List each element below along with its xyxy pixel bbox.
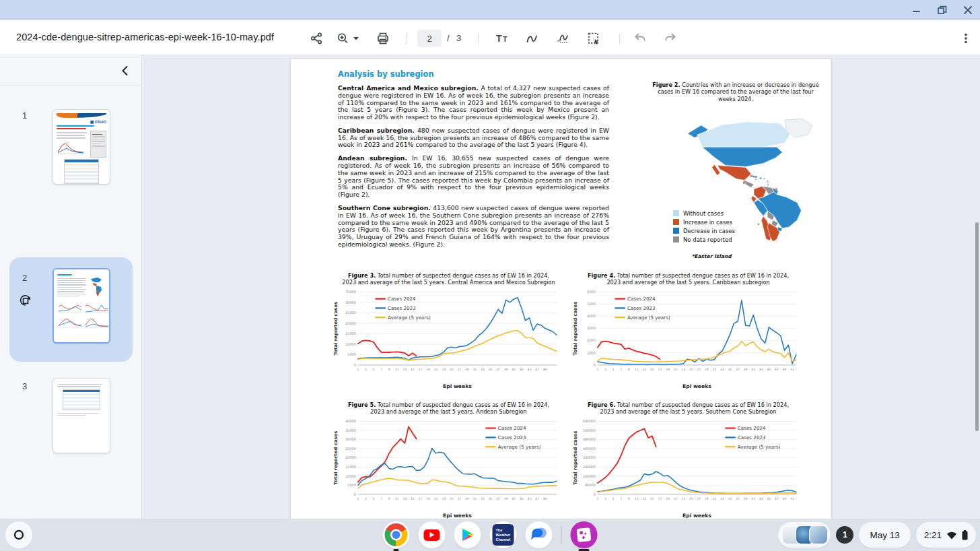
svg-text:33: 33 bbox=[720, 368, 724, 371]
svg-text:27: 27 bbox=[457, 368, 461, 371]
page-number-input[interactable]: 2 bbox=[417, 30, 442, 47]
svg-text:25000: 25000 bbox=[345, 446, 356, 450]
print-icon[interactable] bbox=[374, 30, 392, 47]
svg-text:47: 47 bbox=[775, 497, 779, 500]
paragraph-southern-cone: Southern Cone subregion. 413,600 new sus… bbox=[338, 205, 609, 249]
gallery-icon bbox=[577, 527, 592, 542]
figure-5-caption: Figure 5. Total number of suspected deng… bbox=[332, 401, 565, 416]
redo-icon[interactable] bbox=[662, 30, 679, 47]
svg-text:0: 0 bbox=[594, 492, 596, 496]
svg-text:15: 15 bbox=[650, 497, 654, 500]
toolbar-separator bbox=[406, 34, 407, 44]
taskbar: The Weather Channel bbox=[0, 519, 980, 551]
svg-text:15: 15 bbox=[650, 368, 654, 371]
svg-text:Cases 2023: Cases 2023 bbox=[498, 434, 526, 440]
clock: 2:21 bbox=[924, 530, 942, 540]
page-2-thumbnail[interactable] bbox=[53, 268, 110, 344]
svg-text:17: 17 bbox=[419, 368, 423, 371]
capture-thumbnail bbox=[809, 525, 828, 544]
messages-app-button[interactable] bbox=[526, 521, 553, 548]
figure-4: Figure 4. Total number of suspected deng… bbox=[572, 272, 804, 390]
svg-text:37: 37 bbox=[496, 368, 500, 371]
notification-counter[interactable]: 1 bbox=[836, 526, 853, 544]
section-heading: Analysis by subregion bbox=[338, 69, 434, 79]
desktop: 2024-cde-dengue-sitrep-americas-epi-week… bbox=[0, 0, 980, 551]
battery-icon bbox=[962, 530, 968, 540]
legend-item: Without cases bbox=[673, 209, 735, 218]
svg-text:Epi weeks: Epi weeks bbox=[682, 512, 711, 518]
svg-text:31: 31 bbox=[473, 497, 477, 500]
svg-text:Epi weeks: Epi weeks bbox=[682, 383, 711, 389]
zoom-menu-icon[interactable] bbox=[335, 30, 362, 47]
svg-text:80000: 80000 bbox=[585, 483, 596, 487]
svg-text:1: 1 bbox=[596, 368, 598, 371]
svg-text:0: 0 bbox=[354, 492, 356, 496]
svg-text:15: 15 bbox=[411, 497, 415, 500]
share-icon[interactable] bbox=[308, 30, 325, 47]
svg-text:20000: 20000 bbox=[345, 455, 356, 459]
restore-icon[interactable] bbox=[937, 5, 948, 15]
svg-text:Epi weeks: Epi weeks bbox=[443, 383, 472, 389]
svg-text:39: 39 bbox=[504, 368, 508, 371]
svg-text:33: 33 bbox=[481, 497, 485, 500]
signature-icon[interactable]: x bbox=[554, 30, 571, 47]
play-store-app-button[interactable] bbox=[454, 521, 481, 548]
svg-text:1: 1 bbox=[357, 368, 359, 371]
svg-text:40000: 40000 bbox=[345, 419, 356, 423]
svg-text:Total reported cases: Total reported cases bbox=[573, 430, 578, 484]
more-options-icon[interactable] bbox=[957, 30, 975, 47]
svg-text:0: 0 bbox=[594, 362, 596, 366]
svg-text:43: 43 bbox=[520, 497, 524, 500]
window-titlebar[interactable] bbox=[0, 0, 980, 20]
svg-text:47: 47 bbox=[775, 368, 779, 371]
page-3-thumbnail[interactable] bbox=[53, 378, 110, 453]
pdf-toolbar: 2024-cde-dengue-sitrep-americas-epi-week… bbox=[0, 20, 980, 55]
svg-text:160000: 160000 bbox=[583, 474, 596, 478]
svg-text:Average (5 years): Average (5 years) bbox=[738, 443, 781, 449]
svg-text:7: 7 bbox=[620, 497, 622, 500]
undo-icon[interactable] bbox=[631, 30, 649, 47]
svg-text:23: 23 bbox=[681, 368, 685, 371]
svg-text:35000: 35000 bbox=[345, 428, 356, 432]
youtube-app-button[interactable] bbox=[419, 521, 446, 548]
svg-text:45: 45 bbox=[528, 368, 532, 371]
svg-text:49: 49 bbox=[543, 368, 547, 371]
chrome-app-button[interactable] bbox=[383, 521, 410, 548]
date-display[interactable]: May 13 bbox=[859, 522, 910, 548]
wifi-icon bbox=[946, 531, 957, 540]
svg-text:Epi weeks: Epi weeks bbox=[443, 512, 472, 518]
weather-channel-app-button[interactable]: The Weather Channel bbox=[490, 521, 517, 548]
screen-capture-tray[interactable] bbox=[778, 522, 831, 548]
page-total: 3 bbox=[456, 33, 461, 43]
svg-text:640000: 640000 bbox=[583, 419, 596, 423]
svg-text:35000: 35000 bbox=[345, 290, 356, 294]
svg-text:45: 45 bbox=[767, 497, 771, 500]
svg-text:7: 7 bbox=[620, 368, 622, 371]
svg-text:10000: 10000 bbox=[345, 474, 356, 478]
body-text-column: Central America and Mexico subregion. A … bbox=[338, 85, 609, 255]
svg-text:17: 17 bbox=[419, 497, 423, 500]
toolbar-separator bbox=[478, 34, 479, 44]
figure-5-chart: 0500010000150002000025000300003500040000… bbox=[332, 417, 560, 519]
svg-text:7: 7 bbox=[380, 497, 382, 500]
svg-text:9: 9 bbox=[388, 368, 390, 371]
launcher-button[interactable] bbox=[5, 521, 32, 548]
svg-text:10000: 10000 bbox=[345, 342, 356, 346]
rotate-page-icon[interactable] bbox=[19, 294, 32, 310]
system-tray[interactable]: 2:21 bbox=[916, 522, 976, 548]
collapse-sidebar-icon[interactable] bbox=[118, 64, 132, 77]
page-1-thumbnail[interactable]: ▦ PAHO bbox=[53, 109, 110, 185]
svg-text:25: 25 bbox=[450, 368, 454, 371]
figure-6: Figure 6. Total number of suspected deng… bbox=[572, 401, 804, 519]
close-icon[interactable] bbox=[963, 5, 973, 15]
svg-text:25: 25 bbox=[689, 497, 693, 500]
svg-text:30000: 30000 bbox=[345, 300, 356, 304]
select-area-icon[interactable] bbox=[585, 30, 602, 47]
text-annotation-icon[interactable]: TT bbox=[493, 30, 511, 47]
draw-icon[interactable] bbox=[524, 30, 541, 47]
gallery-app-button[interactable] bbox=[571, 521, 598, 548]
minimize-icon[interactable] bbox=[911, 5, 922, 15]
viewer-scrollbar[interactable] bbox=[975, 222, 979, 431]
svg-text:320000: 320000 bbox=[583, 455, 596, 459]
svg-text:45: 45 bbox=[528, 497, 532, 500]
